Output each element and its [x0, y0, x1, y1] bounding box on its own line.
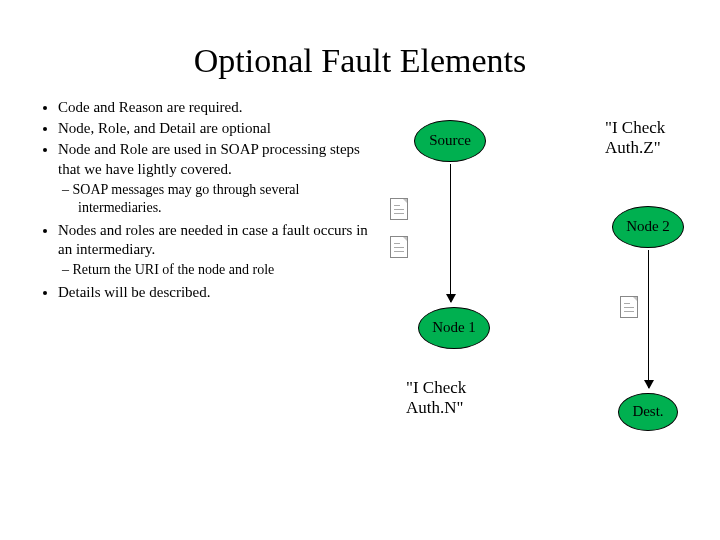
bullet-item: Code and Reason are required.	[58, 98, 380, 117]
bullet-item: Node, Role, and Detail are optional	[58, 119, 380, 138]
node-2: Node 2	[612, 206, 684, 248]
bullet-item: Node and Role are used in SOAP processin…	[58, 140, 380, 178]
sub-bullet-item: Return the URI of the node and role	[78, 261, 380, 279]
label-authn: "I Check Auth.N"	[406, 378, 466, 419]
document-icon	[620, 296, 638, 318]
diagram-area: Source Node 1 Node 2 Dest. "I Check Auth…	[380, 98, 690, 478]
arrow-source-to-node1	[450, 164, 451, 302]
bullet-item: Nodes and roles are needed in case a fau…	[58, 221, 380, 259]
node-1: Node 1	[418, 307, 490, 349]
node-dest: Dest.	[618, 393, 678, 431]
node-source: Source	[414, 120, 486, 162]
document-icon	[390, 198, 408, 220]
bullet-column: Code and Reason are required. Node, Role…	[40, 98, 380, 478]
sub-bullet-item: SOAP messages may go through several int…	[78, 181, 380, 217]
slide-body: Code and Reason are required. Node, Role…	[0, 80, 720, 478]
arrow-node2-to-dest	[648, 250, 649, 388]
page-title: Optional Fault Elements	[0, 0, 720, 80]
document-icon	[390, 236, 408, 258]
bullet-item: Details will be described.	[58, 283, 380, 302]
label-authz: "I Check Auth.Z"	[605, 118, 665, 159]
